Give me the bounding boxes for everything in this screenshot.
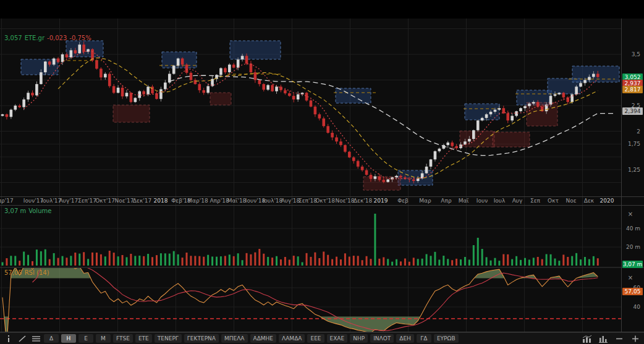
time-tick-label: Ιουν'17	[23, 198, 43, 204]
price-axis-badge: 2,394	[622, 107, 643, 115]
time-tick-label: Οκτ'18	[315, 198, 335, 204]
time-tick-label: Μαϊ	[459, 198, 469, 204]
ticker-button-ΝΗΡ[interactable]: ΝΗΡ	[350, 334, 368, 343]
time-tick-label: Απρ'17	[0, 198, 14, 204]
time-tick-label: Δεκ'17	[133, 198, 151, 204]
time-tick-label: Δεκ'18	[354, 198, 372, 204]
time-tick-label: Ιουλ'17	[41, 198, 62, 204]
time-tick-label: 2020	[600, 198, 614, 204]
time-tick-label: 2018	[154, 198, 168, 204]
grid-lines	[0, 19, 621, 332]
list-icon[interactable]	[30, 334, 41, 343]
zoom-in-icon[interactable]	[630, 334, 641, 343]
time-tick-label: Οκτ'17	[95, 198, 115, 204]
ticker-button-ΙΝΛΟΤ[interactable]: ΙΝΛΟΤ	[370, 334, 394, 343]
ticker-button-ΓΔ[interactable]: ΓΔ	[417, 334, 431, 343]
ticker-button-ΜΠΕΛΑ[interactable]: ΜΠΕΛΑ	[221, 334, 248, 343]
volume-tick-label: 20 m	[626, 244, 640, 250]
rsi-tick-label: 40	[633, 304, 640, 310]
rsi-close-icon[interactable]: ×	[627, 274, 634, 282]
price-axis-badge: 2,817	[622, 86, 643, 93]
time-tick-label: Νοε'17	[114, 198, 133, 204]
time-tick-label: Σεπ'18	[299, 198, 317, 204]
volume-series	[2, 214, 599, 266]
time-tick-label: Αυγ'18	[281, 198, 300, 204]
timeframe-button-Δ[interactable]: Δ	[44, 334, 59, 343]
volume-legend: 3,07 mVolume	[4, 208, 54, 214]
price-tick-label: 1,75	[628, 141, 640, 147]
time-tick-label: Δεκ	[584, 198, 594, 204]
volume-value: 3,07 m	[4, 208, 26, 214]
time-tick-label: Αυγ'17	[59, 198, 78, 204]
ticker-button-ΑΔΜΗΕ[interactable]: ΑΔΜΗΕ	[250, 334, 277, 343]
trading-chart-app: 3,057ETE.gr-0,023-0.75% 3,07 mVolume 57,…	[0, 0, 644, 344]
volume-close-icon[interactable]: ×	[627, 211, 634, 218]
toolbar-right-icons	[582, 334, 641, 343]
ticker-button-ΕΕΕ[interactable]: ΕΕΕ	[307, 334, 324, 343]
ticker-buttons: FTSEΕΤΕΤΕΝΕΡΓΓΕΚΤΕΡΝΑΜΠΕΛΑΑΔΜΗΕΛΑΜΔΑΕΕΕΕ…	[113, 334, 459, 343]
time-tick-label: Σεπ'17	[78, 198, 96, 204]
ma-fast-line	[24, 51, 598, 179]
time-tick-label: Φεβ	[397, 198, 409, 204]
rsi-ma-line	[33, 263, 598, 330]
time-tick-label: Ιουλ	[494, 198, 506, 204]
rsi-axis-badge: 57,05	[622, 288, 643, 295]
time-tick-label: Ιουλ'18	[263, 198, 283, 204]
price-change: -0,023	[47, 35, 67, 41]
time-tick-label: Απρ	[441, 198, 451, 204]
symbol-name[interactable]: ETE.gr	[25, 35, 44, 41]
time-tick-label: Νοε'18	[335, 198, 354, 204]
pencil-icon[interactable]	[17, 334, 28, 343]
ticker-button-ΤΕΝΕΡΓ[interactable]: ΤΕΝΕΡΓ	[155, 334, 182, 343]
time-tick-label: Μαρ'18	[187, 198, 208, 204]
ticker-button-FTSE[interactable]: FTSE	[113, 334, 133, 343]
timeframe-button-Η[interactable]: Η	[61, 334, 76, 343]
zoom-out-icon[interactable]	[614, 334, 625, 343]
timeframe-buttons: ΔΗΕΜ	[44, 334, 111, 343]
volume-label[interactable]: Volume	[28, 208, 51, 214]
price-tick-label: 1,25	[628, 167, 640, 173]
price-change-percent: -0.75%	[69, 35, 91, 41]
ticker-button-ΔΕΗ[interactable]: ΔΕΗ	[396, 334, 414, 343]
rsi-series	[0, 259, 621, 332]
volume-tick-label: 40 m	[626, 225, 640, 232]
time-tick-label: Ιουν	[477, 198, 488, 204]
rsi-value: 57,05	[4, 269, 22, 276]
timeframe-button-Μ[interactable]: Μ	[96, 334, 111, 343]
price-tick-label: 3,5	[632, 51, 640, 57]
time-tick-label: Μαρ	[419, 198, 431, 204]
ticker-button-ΛΑΜΔΑ[interactable]: ΛΑΜΔΑ	[279, 334, 305, 343]
candlestick-series	[1, 41, 600, 183]
symbol-legend: 3,057ETE.gr-0,023-0.75%	[4, 35, 94, 41]
ticker-button-ΕΤΕ[interactable]: ΕΤΕ	[135, 334, 152, 343]
timeframe-button-Ε[interactable]: Ε	[78, 334, 93, 343]
time-tick-label: Νοε	[566, 198, 576, 204]
ticker-button-ΕΥΡΩΒ[interactable]: ΕΥΡΩΒ	[434, 334, 459, 343]
rsi-label[interactable]: RSI (14)	[25, 269, 49, 276]
ticker-button-ΕΧΑΕ[interactable]: ΕΧΑΕ	[327, 334, 348, 343]
time-tick-label: Μαϊ'18	[227, 198, 247, 204]
time-tick-label: 2019	[374, 198, 388, 204]
histogram-icon[interactable]	[598, 334, 609, 343]
chart-canvas[interactable]	[0, 0, 644, 332]
volume-axis-badge: 3,07 m	[622, 261, 643, 268]
price-tick-label: 2	[637, 128, 640, 135]
bottom-toolbar: ΔΗΕΜ FTSEΕΤΕΤΕΝΕΡΓΓΕΚΤΕΡΝΑΜΠΕΛΑΑΔΜΗΕΛΑΜΔ…	[0, 332, 644, 344]
ticker-button-ΓΕΚΤΕΡΝΑ[interactable]: ΓΕΚΤΕΡΝΑ	[184, 334, 219, 343]
time-tick-label: Απρ'18	[210, 198, 229, 204]
time-tick-label: Σεπ	[530, 198, 540, 204]
time-tick-label: Αυγ	[512, 198, 523, 204]
chart-icon[interactable]	[582, 334, 593, 343]
last-price: 3,057	[4, 35, 22, 41]
rsi-legend: 57,05RSI (14)	[4, 269, 52, 276]
time-tick-label: Οκτ	[548, 198, 559, 204]
info-icon[interactable]	[3, 334, 14, 343]
